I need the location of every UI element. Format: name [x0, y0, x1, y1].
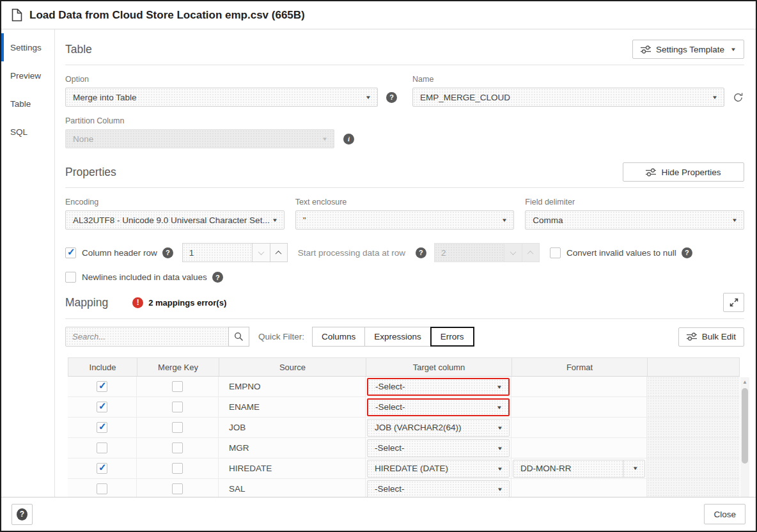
- target-column-select[interactable]: -Select- ▼: [367, 480, 510, 497]
- text-enclosure-label: Text enclosure: [295, 198, 515, 207]
- scroll-up-icon[interactable]: ▲: [742, 377, 747, 386]
- include-checkbox[interactable]: [97, 463, 107, 474]
- chevron-down-icon: ▼: [322, 136, 328, 142]
- close-button[interactable]: Close: [704, 504, 745, 524]
- filter-errors-button[interactable]: Errors: [430, 327, 474, 347]
- merge-key-checkbox[interactable]: [172, 442, 183, 453]
- chevron-up-icon: [527, 250, 534, 256]
- convert-invalid-checkbox[interactable]: [550, 247, 561, 258]
- refresh-icon[interactable]: [733, 92, 744, 103]
- expand-button[interactable]: [723, 293, 744, 312]
- merge-key-checkbox[interactable]: [172, 422, 183, 433]
- sidebar: Settings Preview Table SQL: [1, 29, 55, 497]
- search-icon: [234, 332, 244, 341]
- format-select[interactable]: DD-MON-RR ▼: [513, 460, 645, 478]
- table-section-title: Table: [65, 43, 92, 56]
- chevron-down-icon: ▼: [497, 425, 503, 430]
- column-header-row-checkbox[interactable]: [65, 247, 76, 258]
- source-cell: ENAME: [219, 397, 366, 417]
- chevron-down-icon: ▼: [712, 95, 718, 100]
- chevron-down-icon: ▼: [365, 95, 371, 100]
- increment-button: [522, 243, 540, 262]
- table-row: SAL -Select- ▼ ▼: [68, 479, 740, 497]
- help-icon[interactable]: ?: [162, 247, 173, 258]
- target-column-select[interactable]: -Select- ▼: [367, 398, 510, 416]
- partition-column-label: Partition Column: [65, 116, 744, 125]
- table-row: MGR -Select- ▼ ▼: [68, 438, 740, 458]
- hide-properties-button[interactable]: Hide Properties: [623, 162, 744, 182]
- newlines-label: Newlines included in data values: [82, 272, 207, 282]
- vertical-scrollbar[interactable]: ▲ ▼: [740, 377, 749, 497]
- filter-columns-button[interactable]: Columns: [312, 327, 365, 347]
- include-checkbox[interactable]: [97, 381, 107, 392]
- table-name-select[interactable]: EMP_MERGE_CLOUD ▼: [412, 88, 724, 107]
- help-icon[interactable]: ?: [386, 92, 397, 103]
- target-column-select[interactable]: JOB (VARCHAR2(64)) ▼: [367, 419, 510, 437]
- sidebar-item-table[interactable]: Table: [1, 90, 54, 118]
- load-data-dialog: Load Data from Cloud Store Location emp.…: [0, 0, 757, 532]
- sliders-icon: [646, 168, 656, 176]
- search-input[interactable]: [65, 327, 229, 347]
- target-column-select[interactable]: -Select- ▼: [367, 439, 510, 457]
- column-header-row-label: Column header row: [82, 248, 157, 258]
- mapping-table: Include Merge Key Source Target column F…: [68, 357, 749, 497]
- scrollbar-thumb[interactable]: [742, 388, 748, 464]
- include-checkbox[interactable]: [97, 402, 107, 412]
- decrement-button[interactable]: [252, 243, 270, 262]
- col-header-source: Source: [219, 358, 366, 376]
- merge-key-checkbox[interactable]: [172, 402, 183, 412]
- source-cell: JOB: [219, 418, 366, 437]
- newlines-checkbox[interactable]: [65, 272, 76, 283]
- sidebar-item-preview[interactable]: Preview: [1, 61, 54, 90]
- properties-section-title: Properties: [65, 166, 116, 179]
- help-icon[interactable]: ?: [212, 272, 223, 283]
- target-column-select[interactable]: HIREDATE (DATE) ▼: [367, 460, 510, 478]
- sidebar-item-settings[interactable]: Settings: [1, 33, 54, 61]
- chevron-down-icon: ▼: [497, 465, 503, 471]
- sidebar-item-sql[interactable]: SQL: [1, 118, 54, 146]
- help-icon[interactable]: ?: [682, 247, 692, 258]
- text-enclosure-select[interactable]: " ▼: [295, 210, 515, 230]
- decrement-button: [504, 243, 522, 262]
- chevron-down-icon: [258, 249, 264, 255]
- mapping-error-text: 2 mappings error(s): [148, 298, 226, 308]
- merge-key-checkbox[interactable]: [172, 483, 183, 494]
- filter-expressions-button[interactable]: Expressions: [364, 327, 431, 347]
- increment-button[interactable]: [270, 243, 288, 262]
- help-button[interactable]: ?: [12, 504, 33, 525]
- chevron-up-icon: [276, 250, 282, 256]
- bulk-edit-button[interactable]: Bulk Edit: [678, 327, 744, 347]
- include-checkbox[interactable]: [97, 422, 107, 433]
- include-checkbox[interactable]: [97, 483, 107, 494]
- mapping-table-body: EMPNO -Select- ▼ ▼ ENAME -Select- ▼: [68, 377, 740, 497]
- chevron-down-icon: ▼: [497, 445, 503, 451]
- source-cell: EMPNO: [219, 377, 366, 396]
- chevron-down-icon: ▼: [272, 217, 278, 223]
- dialog-title: Load Data from Cloud Store Location emp.…: [29, 9, 305, 22]
- field-delimiter-select[interactable]: Comma ▼: [525, 210, 744, 230]
- encoding-select[interactable]: AL32UTF8 - Unicode 9.0 Universal Charact…: [65, 210, 285, 230]
- option-select[interactable]: Merge into Table ▼: [65, 88, 378, 107]
- merge-key-checkbox[interactable]: [172, 463, 183, 474]
- col-header-format: Format: [512, 358, 648, 376]
- source-cell: MGR: [219, 438, 366, 458]
- info-icon[interactable]: i: [343, 134, 354, 145]
- table-row: EMPNO -Select- ▼ ▼: [68, 377, 740, 397]
- target-column-select[interactable]: -Select- ▼: [367, 378, 510, 396]
- source-cell: SAL: [219, 479, 366, 497]
- search-button[interactable]: [228, 327, 249, 347]
- help-icon[interactable]: ?: [416, 247, 426, 258]
- dialog-footer: ? Close: [1, 497, 756, 531]
- merge-key-checkbox[interactable]: [172, 381, 183, 392]
- chevron-down-icon: ▼: [730, 47, 737, 52]
- include-checkbox[interactable]: [97, 442, 107, 453]
- mapping-section-title: Mapping: [65, 296, 108, 309]
- source-cell: HIREDATE: [219, 458, 366, 478]
- field-delimiter-label: Field delimiter: [525, 198, 744, 207]
- chevron-down-icon: ▼: [501, 217, 508, 223]
- error-icon: !: [132, 297, 143, 308]
- header-row-number-input[interactable]: 1: [182, 243, 252, 262]
- document-icon: [12, 8, 22, 22]
- settings-template-button[interactable]: Settings Template ▼: [632, 40, 744, 59]
- table-row: ENAME -Select- ▼ ▼: [68, 397, 740, 418]
